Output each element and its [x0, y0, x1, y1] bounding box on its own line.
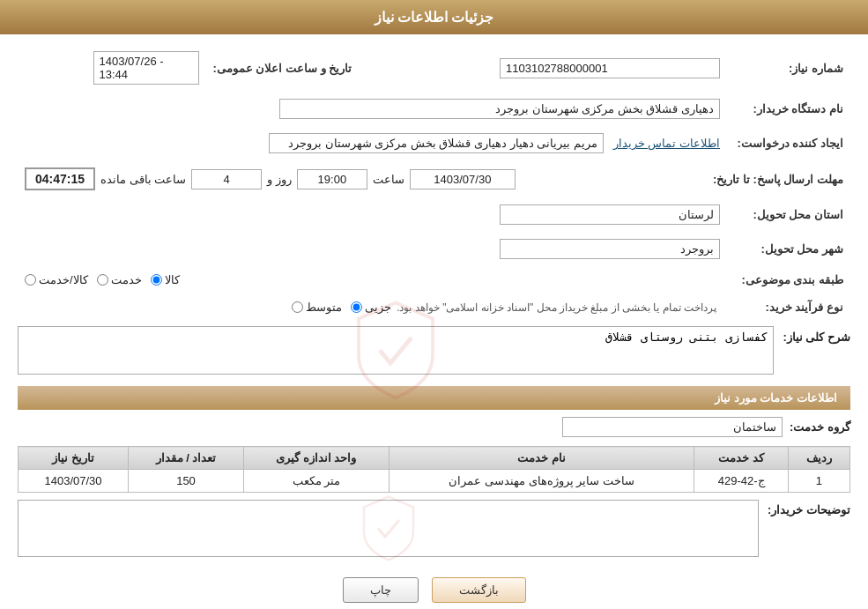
purchase-type-table: نوع فرآیند خرید: پرداخت تمام یا بخشی از … [18, 297, 850, 317]
creator-value: مریم بیریانی دهیار دهیاری قشلاق بخش مرکز… [269, 133, 604, 153]
buyer-org-value: دهیاری قشلاق بخش مرکزی شهرستان بروجرد [279, 99, 720, 119]
need-number-table: شماره نیاز: 1103102788000001 تاریخ و ساع… [18, 48, 850, 88]
purchase-type-radio-medium[interactable] [292, 301, 303, 313]
need-number-label: شماره نیاز: [727, 48, 850, 88]
delivery-province-label: استان محل تحویل: [727, 201, 850, 228]
delivery-city-value: بروجرد [500, 239, 720, 259]
need-description-label: شرح کلی نیاز: [783, 326, 850, 344]
main-content: شماره نیاز: 1103102788000001 تاریخ و ساع… [0, 34, 868, 609]
countdown-label: ساعت باقی مانده [100, 173, 186, 186]
countdown-value: 04:47:15 [25, 167, 95, 190]
buyer-notes-section: توضیحات خریدار: [18, 500, 850, 560]
cell-quantity: 150 [129, 470, 244, 493]
category-option-service-goods[interactable]: کالا/خدمت [25, 273, 88, 286]
creator-table: ایجاد کننده درخواست: اطلاعات تماس خریدار… [18, 130, 850, 157]
response-days-value: 4 [191, 169, 262, 189]
purchase-type-radio-group: متوسط جزیی [292, 301, 391, 314]
col-header-unit: واحد اندازه گیری [243, 447, 389, 470]
services-table-section: ردیف کد خدمت نام خدمت واحد اندازه گیری ت… [18, 446, 850, 493]
buyer-notes-label: توضیحات خریدار: [768, 500, 850, 516]
group-service-label: گروه خدمت: [790, 420, 850, 434]
delivery-city-label: شهر محل تحویل: [727, 235, 850, 263]
need-description-area: كفسازی بتنی روستای قشلاق [18, 326, 774, 377]
category-radio-service[interactable] [97, 274, 108, 286]
contact-link[interactable]: اطلاعات تماس خریدار [613, 137, 720, 150]
cell-row: 1 [788, 470, 849, 493]
creator-label: ایجاد کننده درخواست: [727, 130, 850, 157]
purchase-type-radio-partial[interactable] [351, 301, 362, 313]
category-label-goods: کالا [165, 273, 180, 286]
cell-date: 1403/07/30 [19, 470, 129, 493]
print-button[interactable]: چاپ [343, 577, 419, 603]
category-radio-service-goods[interactable] [25, 274, 36, 286]
purchase-type-row: پرداخت تمام یا بخشی از مبلغ خریداز محل "… [25, 301, 720, 314]
city-table: شهر محل تحویل: بروجرد [18, 235, 850, 263]
page-header: جزئیات اطلاعات نیاز [0, 0, 868, 34]
buyer-org-table: نام دستگاه خریدار: دهیاری قشلاق بخش مرکز… [18, 95, 850, 123]
need-number-value: 1103102788000001 [500, 58, 720, 78]
category-label-service-goods: کالا/خدمت [39, 273, 88, 286]
delivery-province-value: لرستان [500, 204, 720, 225]
col-header-name: نام خدمت [389, 447, 694, 470]
services-section-title: اطلاعات خدمات مورد نیاز [18, 386, 850, 410]
back-button[interactable]: بازگشت [432, 577, 526, 603]
table-row: 1ج-42-429ساخت سایر پروژه‌های مهندسی عمرا… [19, 470, 850, 493]
response-time-value: 19:00 [297, 169, 367, 189]
category-label-service: خدمت [111, 273, 142, 286]
cell-unit: متر مکعب [243, 470, 389, 493]
cell-code: ج-42-429 [694, 470, 788, 493]
category-option-goods[interactable]: کالا [151, 273, 180, 286]
need-description-textarea[interactable]: كفسازی بتنی روستای قشلاق [18, 326, 774, 375]
group-service-value: ساختمان [562, 417, 783, 437]
category-radio-goods[interactable] [151, 274, 162, 286]
buyer-org-label: نام دستگاه خریدار: [727, 95, 850, 123]
response-deadline-label: مهلت ارسال پاسخ: تا تاریخ: [706, 164, 850, 194]
purchase-type-label: نوع فرآیند خرید: [727, 297, 850, 317]
announcement-date-label: تاریخ و ساعت اعلان عمومی: [206, 48, 360, 88]
purchase-type-label-medium: متوسط [306, 301, 342, 314]
cell-name: ساخت سایر پروژه‌های مهندسی عمران [389, 470, 694, 493]
group-service-section: گروه خدمت: ساختمان [18, 417, 850, 437]
page-wrapper: جزئیات اطلاعات نیاز شماره نیاز: 11031027… [0, 0, 868, 609]
button-row: بازگشت چاپ [18, 577, 850, 603]
purchase-type-partial[interactable]: جزیی [351, 301, 391, 314]
response-days-label: روز و [267, 173, 292, 186]
timer-section: 04:47:15 ساعت باقی مانده 4 روز و 19:00 س… [25, 167, 699, 190]
announcement-date-value: 1403/07/26 - 13:44 [93, 51, 199, 85]
deadline-table: مهلت ارسال پاسخ: تا تاریخ: 04:47:15 ساعت… [18, 164, 850, 194]
category-label: طبقه بندی موضوعی: [727, 270, 850, 290]
category-radio-group: کالا/خدمت خدمت کالا [25, 273, 720, 286]
buyer-notes-textarea[interactable] [18, 500, 759, 557]
buyer-notes-area [18, 500, 759, 560]
response-time-label: ساعت [373, 173, 404, 186]
services-table: ردیف کد خدمت نام خدمت واحد اندازه گیری ت… [18, 446, 850, 493]
province-table: استان محل تحویل: لرستان [18, 201, 850, 228]
page-title: جزئیات اطلاعات نیاز [375, 10, 494, 25]
purchase-type-medium[interactable]: متوسط [292, 301, 342, 314]
category-option-service[interactable]: خدمت [97, 273, 142, 286]
col-header-date: تاریخ نیاز [19, 447, 129, 470]
need-description-section: شرح کلی نیاز: كفسازی بتنی روستای قشلاق [18, 326, 850, 377]
category-table: طبقه بندی موضوعی: کالا/خدمت خدمت کالا [18, 270, 850, 290]
col-header-row: ردیف [788, 447, 849, 470]
purchase-type-label-partial: جزیی [365, 301, 391, 314]
col-header-qty: تعداد / مقدار [129, 447, 244, 470]
purchase-type-note: پرداخت تمام یا بخشی از مبلغ خریداز محل "… [397, 301, 716, 314]
response-date-value: 1403/07/30 [410, 169, 516, 189]
col-header-code: کد خدمت [694, 447, 788, 470]
